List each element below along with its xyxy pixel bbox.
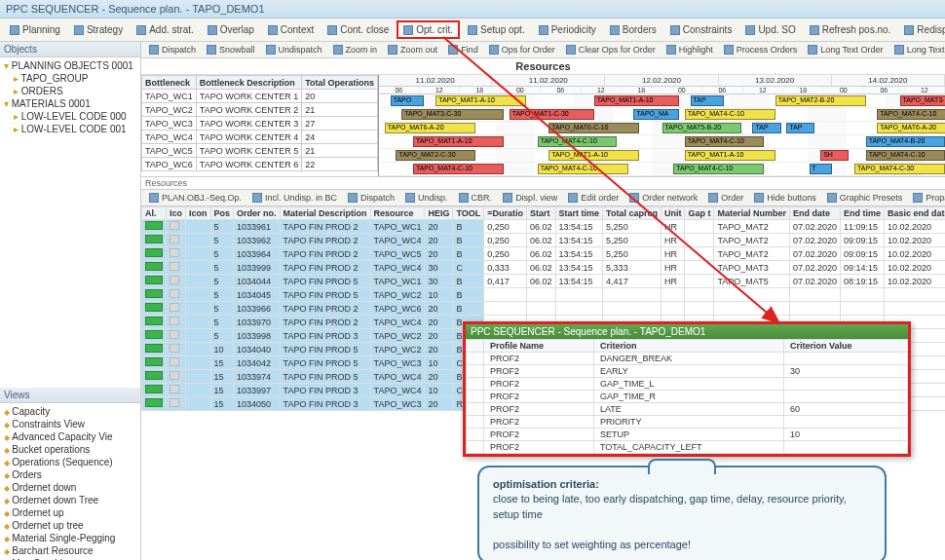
col-header[interactable]: Ico: [167, 207, 186, 220]
gantt-bar[interactable]: TAPO_MAT4-C-10: [866, 150, 945, 161]
table-row[interactable]: 51033961TAPO FIN PROD 2TAPO_WC120B0,2500…: [142, 220, 946, 234]
view-item[interactable]: Orders: [2, 468, 138, 481]
gantt-bar[interactable]: TAPO_MAT3-B-20: [900, 95, 945, 106]
gantt-bar[interactable]: TAPO_MAT2-C-30: [396, 150, 474, 161]
gantt-row[interactable]: TAPO_MAT3-C-30TAPO_MAT1-C-30TAPO_MATAPO_…: [379, 108, 945, 122]
setup-opt-button[interactable]: Setup opt.: [462, 21, 531, 38]
gantt-bar[interactable]: TAPO_MA: [633, 109, 678, 120]
criteria-row[interactable]: PROF2GAP_TIME_L: [467, 378, 908, 391]
col-header[interactable]: Criterion Value: [783, 340, 907, 353]
grid-toolbar-button[interactable]: Undisp.: [400, 191, 453, 205]
col-header[interactable]: Resource: [370, 207, 425, 220]
gantt-bar[interactable]: TAP: [786, 123, 814, 133]
gantt-row[interactable]: TAPO_MAT4-C-10TAPO_MAT4-C-10TAPO_MAT4-C-…: [379, 163, 945, 176]
opt-crit-button[interactable]: Opt. crit.: [397, 20, 460, 39]
gantt-bar[interactable]: TAPO_MAT2-B-20: [775, 95, 866, 106]
bottleneck-row[interactable]: TAPO_WC4TAPO WORK CENTER 424: [142, 131, 378, 144]
gantt-bar[interactable]: TAPO_MAT4-C-10: [877, 109, 945, 120]
col-header[interactable]: Unit: [661, 207, 685, 220]
grid-toolbar-button[interactable]: Graphic Presets: [822, 191, 908, 205]
redisp-ord-button[interactable]: Redisp. ord.: [898, 21, 945, 38]
col-header[interactable]: =Duratio: [484, 207, 527, 220]
gantt-bar[interactable]: TAPO_MAT4-C-10: [685, 136, 764, 147]
table-row[interactable]: 51033962TAPO FIN PROD 2TAPO_WC420B0,2500…: [142, 234, 946, 247]
table-row[interactable]: 51034045TAPO FIN PROD 5TAPO_WC210B: [142, 288, 946, 302]
views-tree[interactable]: CapacityConstraints ViewAdvanced Capacit…: [0, 403, 140, 560]
col-header[interactable]: Order no.: [234, 207, 281, 220]
col-header[interactable]: Al.: [142, 207, 167, 220]
grid-toolbar-button[interactable]: Incl. Undisp. in BC: [247, 191, 342, 205]
criteria-row[interactable]: PROF2DANGER_BREAK: [467, 353, 908, 365]
gantt-row[interactable]: TAPOTAPO_MAT1-A-10TAPO_MAT1-A-10TAPTAPO_…: [379, 94, 945, 108]
criteria-row[interactable]: PROF2SETUP10: [467, 429, 908, 441]
gantt-bar[interactable]: TAPO_MAT3-C-30: [401, 109, 504, 120]
view-item[interactable]: Bucket operations: [2, 443, 138, 456]
borders-button[interactable]: Borders: [604, 21, 662, 38]
subtoolbar-button[interactable]: Undispatch: [261, 43, 327, 56]
col-header[interactable]: Pos: [210, 207, 234, 220]
col-header[interactable]: Total Operations: [302, 76, 378, 90]
subtoolbar-button[interactable]: Ops for Order: [484, 43, 560, 56]
strategy-button[interactable]: Strategy: [68, 21, 129, 38]
subtoolbar-button[interactable]: Process Orders: [719, 43, 803, 56]
col-header[interactable]: Start time: [555, 207, 603, 220]
objects-tree[interactable]: PLANNING OBJECTS 0001TAPO_GROUPORDERSMAT…: [0, 57, 140, 137]
view-item[interactable]: Constraints View: [2, 418, 138, 430]
gantt-bar[interactable]: TAPO_MAT4-C-10: [685, 109, 775, 120]
view-item[interactable]: Ordernet down: [2, 481, 138, 494]
opt-crit-popup[interactable]: PPC SEQUENCER - Sequence plan. - TAPO_DE…: [463, 321, 911, 457]
refresh-pos-button[interactable]: Refresh pos.no.: [804, 21, 897, 38]
tree-node[interactable]: LOW-LEVEL CODE 001: [2, 123, 138, 135]
grid-toolbar-button[interactable]: Displ. view: [498, 191, 562, 205]
table-row[interactable]: 51033966TAPO FIN PROD 2TAPO_WC620B: [142, 302, 946, 316]
subtoolbar-button[interactable]: Snowball: [202, 43, 260, 56]
tree-node[interactable]: LOW-LEVEL CODE 000: [2, 110, 138, 123]
planning-button[interactable]: Planning: [4, 21, 66, 38]
view-item[interactable]: Advanced Capacity Vie: [2, 430, 138, 443]
upd-so-button[interactable]: Upd. SO: [739, 21, 801, 38]
view-item[interactable]: Material Single-Pegging: [2, 532, 138, 544]
cont-close-button[interactable]: Cont. close: [321, 21, 395, 38]
gantt-bar[interactable]: TAPO_MAT4-C-10: [538, 164, 628, 174]
criteria-row[interactable]: PROF2TOTAL_CAPACITY_LEFT: [467, 441, 908, 454]
col-header[interactable]: Material Description: [280, 207, 370, 220]
gantt-bar[interactable]: TAPO_MAT1-A-10: [685, 150, 775, 161]
subtoolbar-button[interactable]: Long Text Order: [803, 43, 888, 56]
tree-node[interactable]: ORDERS: [2, 85, 138, 97]
gantt-bar[interactable]: TAPO_MAT5-B-20: [662, 123, 741, 133]
gantt-chart[interactable]: BottleneckBottleneck DescriptionTotal Op…: [141, 75, 945, 177]
context-button[interactable]: Context: [262, 21, 320, 38]
tree-node[interactable]: TAPO_GROUP: [2, 72, 138, 85]
gantt-bar[interactable]: TAPO_MAT1-A-10: [413, 136, 504, 147]
subtoolbar-button[interactable]: Find: [443, 43, 483, 56]
subtoolbar-button[interactable]: Clear Ops for Order: [561, 43, 661, 56]
col-header[interactable]: Gap t: [685, 207, 714, 220]
subtoolbar-button[interactable]: Dispatch: [144, 43, 201, 56]
tree-node[interactable]: PLANNING OBJECTS 0001: [2, 59, 138, 72]
grid-toolbar-button[interactable]: Edit order: [563, 191, 624, 205]
gantt-bar[interactable]: TAPO_MAT4-C-10: [538, 136, 617, 147]
view-item[interactable]: Barchart Resource: [2, 544, 138, 557]
col-header[interactable]: TOOL: [453, 207, 484, 220]
constraints-button[interactable]: Constraints: [664, 21, 738, 38]
col-header[interactable]: End date: [790, 207, 841, 220]
gantt-row[interactable]: TAPO_MAT1-A-10TAPO_MAT4-C-10TAPO_MAT4-C-…: [379, 135, 945, 149]
gantt-bar[interactable]: TAPO_MAT6-A-20: [385, 123, 475, 133]
view-item[interactable]: Operations (Sequence): [2, 456, 138, 468]
gantt-bar[interactable]: TAP: [691, 95, 725, 106]
subtoolbar-button[interactable]: Highlight: [662, 43, 718, 56]
col-header[interactable]: Criterion: [593, 340, 783, 353]
col-header[interactable]: Bottleneck: [142, 76, 197, 90]
criteria-row[interactable]: PROF2EARLY30: [467, 365, 908, 378]
gantt-bar[interactable]: TAPO_MAT1-C-30: [510, 109, 594, 120]
gantt-bar[interactable]: TAPO_MAT1-A-10: [548, 150, 639, 161]
add-strat-button[interactable]: Add. strat.: [131, 21, 200, 38]
gantt-bar[interactable]: TAPO: [391, 95, 425, 106]
grid-toolbar-button[interactable]: Hide buttons: [749, 191, 821, 205]
overlap-button[interactable]: Overlap: [202, 21, 260, 38]
bottleneck-table[interactable]: BottleneckBottleneck DescriptionTotal Op…: [141, 75, 378, 171]
criteria-row[interactable]: PROF2GAP_TIME_R: [467, 391, 908, 403]
grid-toolbar-button[interactable]: CBR.: [454, 191, 498, 205]
col-header[interactable]: Bottleneck Description: [196, 76, 301, 90]
grid-toolbar-button[interactable]: Order: [703, 191, 748, 205]
